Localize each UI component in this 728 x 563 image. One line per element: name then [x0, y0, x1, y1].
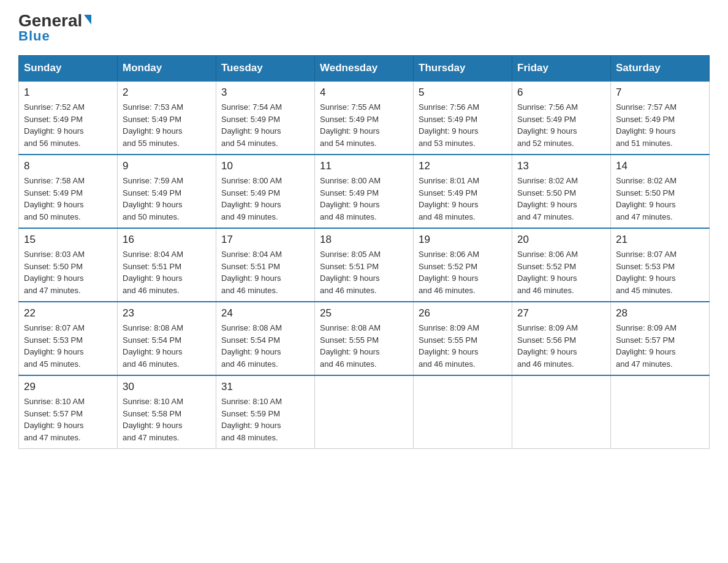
calendar-cell: 23Sunrise: 8:08 AMSunset: 5:54 PMDayligh…: [118, 302, 216, 375]
calendar-cell: 9Sunrise: 7:59 AMSunset: 5:49 PMDaylight…: [118, 155, 216, 228]
day-header-row: SundayMondayTuesdayWednesdayThursdayFrid…: [19, 56, 710, 82]
day-number: 25: [320, 307, 408, 320]
calendar-cell: 22Sunrise: 8:07 AMSunset: 5:53 PMDayligh…: [19, 302, 118, 375]
day-info: Sunrise: 8:09 AMSunset: 5:55 PMDaylight:…: [419, 322, 507, 370]
day-number: 26: [419, 307, 507, 320]
day-info: Sunrise: 8:08 AMSunset: 5:55 PMDaylight:…: [320, 322, 408, 370]
calendar-cell: 8Sunrise: 7:58 AMSunset: 5:49 PMDaylight…: [19, 155, 118, 228]
day-info: Sunrise: 8:09 AMSunset: 5:57 PMDaylight:…: [616, 322, 704, 370]
calendar-cell: 12Sunrise: 8:01 AMSunset: 5:49 PMDayligh…: [414, 155, 512, 228]
day-number: 29: [24, 381, 112, 393]
calendar-cell: 21Sunrise: 8:07 AMSunset: 5:53 PMDayligh…: [611, 228, 710, 302]
day-number: 15: [24, 234, 112, 246]
day-info: Sunrise: 8:01 AMSunset: 5:49 PMDaylight:…: [419, 175, 507, 223]
header-friday: Friday: [512, 56, 611, 82]
calendar-cell: 19Sunrise: 8:06 AMSunset: 5:52 PMDayligh…: [414, 228, 512, 302]
logo: General Blue: [18, 12, 91, 44]
calendar-cell: 17Sunrise: 8:04 AMSunset: 5:51 PMDayligh…: [216, 228, 315, 302]
day-info: Sunrise: 7:52 AMSunset: 5:49 PMDaylight:…: [24, 101, 112, 149]
day-info: Sunrise: 8:10 AMSunset: 5:57 PMDaylight:…: [24, 396, 112, 443]
day-info: Sunrise: 7:59 AMSunset: 5:49 PMDaylight:…: [123, 175, 211, 223]
calendar-cell: 29Sunrise: 8:10 AMSunset: 5:57 PMDayligh…: [19, 375, 118, 449]
calendar-cell: 31Sunrise: 8:10 AMSunset: 5:59 PMDayligh…: [216, 375, 315, 449]
day-info: Sunrise: 8:04 AMSunset: 5:51 PMDaylight:…: [221, 248, 309, 296]
header-wednesday: Wednesday: [315, 56, 414, 82]
calendar-cell: 6Sunrise: 7:56 AMSunset: 5:49 PMDaylight…: [512, 81, 611, 155]
day-info: Sunrise: 8:07 AMSunset: 5:53 PMDaylight:…: [24, 322, 112, 370]
week-row-4: 22Sunrise: 8:07 AMSunset: 5:53 PMDayligh…: [19, 302, 710, 375]
day-info: Sunrise: 8:00 AMSunset: 5:49 PMDaylight:…: [320, 175, 408, 223]
calendar-cell: 28Sunrise: 8:09 AMSunset: 5:57 PMDayligh…: [611, 302, 710, 375]
day-info: Sunrise: 8:05 AMSunset: 5:51 PMDaylight:…: [320, 248, 408, 296]
day-number: 22: [24, 307, 112, 320]
calendar-cell: 11Sunrise: 8:00 AMSunset: 5:49 PMDayligh…: [315, 155, 414, 228]
day-info: Sunrise: 8:07 AMSunset: 5:53 PMDaylight:…: [616, 248, 704, 296]
calendar-cell: 1Sunrise: 7:52 AMSunset: 5:49 PMDaylight…: [19, 81, 118, 155]
week-row-1: 1Sunrise: 7:52 AMSunset: 5:49 PMDaylight…: [19, 81, 710, 155]
calendar-cell: 25Sunrise: 8:08 AMSunset: 5:55 PMDayligh…: [315, 302, 414, 375]
day-number: 13: [517, 160, 605, 172]
calendar-cell: 7Sunrise: 7:57 AMSunset: 5:49 PMDaylight…: [611, 81, 710, 155]
day-info: Sunrise: 8:10 AMSunset: 5:59 PMDaylight:…: [221, 396, 309, 443]
calendar-cell: 10Sunrise: 8:00 AMSunset: 5:49 PMDayligh…: [216, 155, 315, 228]
calendar-table: SundayMondayTuesdayWednesdayThursdayFrid…: [18, 55, 710, 449]
day-number: 9: [123, 160, 211, 172]
day-number: 17: [221, 234, 309, 246]
day-number: 10: [221, 160, 309, 172]
day-number: 1: [24, 86, 112, 99]
day-number: 18: [320, 234, 408, 246]
day-number: 27: [517, 307, 605, 320]
day-info: Sunrise: 8:06 AMSunset: 5:52 PMDaylight:…: [419, 248, 507, 296]
day-number: 7: [616, 86, 704, 99]
day-info: Sunrise: 8:08 AMSunset: 5:54 PMDaylight:…: [221, 322, 309, 370]
calendar-cell: 30Sunrise: 8:10 AMSunset: 5:58 PMDayligh…: [118, 375, 216, 449]
day-info: Sunrise: 7:54 AMSunset: 5:49 PMDaylight:…: [221, 101, 309, 149]
header-saturday: Saturday: [611, 56, 710, 82]
day-number: 4: [320, 86, 408, 99]
day-number: 11: [320, 160, 408, 172]
calendar-cell: 3Sunrise: 7:54 AMSunset: 5:49 PMDaylight…: [216, 81, 315, 155]
calendar-cell: 5Sunrise: 7:56 AMSunset: 5:49 PMDaylight…: [414, 81, 512, 155]
day-info: Sunrise: 8:06 AMSunset: 5:52 PMDaylight:…: [517, 248, 605, 296]
day-number: 14: [616, 160, 704, 172]
calendar-cell: 4Sunrise: 7:55 AMSunset: 5:49 PMDaylight…: [315, 81, 414, 155]
day-number: 23: [123, 307, 211, 320]
calendar-cell: 13Sunrise: 8:02 AMSunset: 5:50 PMDayligh…: [512, 155, 611, 228]
day-info: Sunrise: 8:04 AMSunset: 5:51 PMDaylight:…: [123, 248, 211, 296]
day-number: 28: [616, 307, 704, 320]
calendar-cell: 24Sunrise: 8:08 AMSunset: 5:54 PMDayligh…: [216, 302, 315, 375]
day-number: 19: [419, 234, 507, 246]
day-info: Sunrise: 7:56 AMSunset: 5:49 PMDaylight:…: [419, 101, 507, 149]
day-info: Sunrise: 8:09 AMSunset: 5:56 PMDaylight:…: [517, 322, 605, 370]
logo-general: General: [18, 12, 91, 29]
day-info: Sunrise: 7:55 AMSunset: 5:49 PMDaylight:…: [320, 101, 408, 149]
week-row-5: 29Sunrise: 8:10 AMSunset: 5:57 PMDayligh…: [19, 375, 710, 449]
calendar-cell: 16Sunrise: 8:04 AMSunset: 5:51 PMDayligh…: [118, 228, 216, 302]
day-info: Sunrise: 8:08 AMSunset: 5:54 PMDaylight:…: [123, 322, 211, 370]
day-number: 24: [221, 307, 309, 320]
day-number: 31: [221, 381, 309, 393]
day-number: 12: [419, 160, 507, 172]
day-number: 5: [419, 86, 507, 99]
calendar-cell: [512, 375, 611, 449]
day-info: Sunrise: 8:00 AMSunset: 5:49 PMDaylight:…: [221, 175, 309, 223]
day-number: 30: [123, 381, 211, 393]
week-row-2: 8Sunrise: 7:58 AMSunset: 5:49 PMDaylight…: [19, 155, 710, 228]
calendar-cell: [414, 375, 512, 449]
calendar-cell: 14Sunrise: 8:02 AMSunset: 5:50 PMDayligh…: [611, 155, 710, 228]
day-info: Sunrise: 7:58 AMSunset: 5:49 PMDaylight:…: [24, 175, 112, 223]
day-info: Sunrise: 7:53 AMSunset: 5:49 PMDaylight:…: [123, 101, 211, 149]
calendar-cell: 20Sunrise: 8:06 AMSunset: 5:52 PMDayligh…: [512, 228, 611, 302]
page-header: General Blue: [18, 12, 710, 44]
day-number: 3: [221, 86, 309, 99]
day-number: 2: [123, 86, 211, 99]
day-info: Sunrise: 7:57 AMSunset: 5:49 PMDaylight:…: [616, 101, 704, 149]
calendar-cell: 18Sunrise: 8:05 AMSunset: 5:51 PMDayligh…: [315, 228, 414, 302]
day-number: 21: [616, 234, 704, 246]
calendar-cell: 26Sunrise: 8:09 AMSunset: 5:55 PMDayligh…: [414, 302, 512, 375]
day-info: Sunrise: 8:03 AMSunset: 5:50 PMDaylight:…: [24, 248, 112, 296]
week-row-3: 15Sunrise: 8:03 AMSunset: 5:50 PMDayligh…: [19, 228, 710, 302]
header-sunday: Sunday: [19, 56, 118, 82]
calendar-cell: 15Sunrise: 8:03 AMSunset: 5:50 PMDayligh…: [19, 228, 118, 302]
day-info: Sunrise: 8:10 AMSunset: 5:58 PMDaylight:…: [123, 396, 211, 443]
